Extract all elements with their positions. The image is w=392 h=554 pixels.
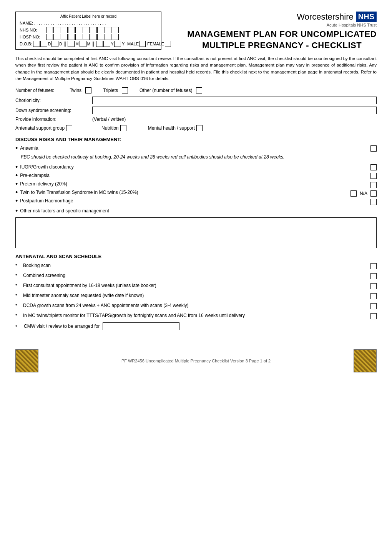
antenatal-support-checkbox[interactable] — [66, 125, 72, 131]
preeclampsia-checkbox[interactable] — [370, 173, 377, 179]
triplets-checkbox[interactable] — [122, 87, 128, 93]
nhs-cell-4[interactable] — [68, 27, 75, 33]
iugr-bullet: • — [15, 164, 18, 170]
fetuses-row: Number of fetuses: Twins Triplets Other … — [15, 87, 377, 93]
other-risk-bullet: • — [15, 207, 18, 214]
first-consultant-label: First consultant appointment by 16-18 we… — [23, 282, 368, 289]
preterm-item: • Preterm delivery (20%) — [15, 181, 315, 187]
ttts-na-row: N/A — [350, 190, 377, 197]
preeclampsia-item: • Pre-eclampsia — [15, 173, 377, 179]
preeclampsia-bullet: • — [15, 172, 18, 179]
risks-left: • Preterm delivery (20%) • Twin to Twin … — [15, 181, 315, 207]
dcda-checkbox[interactable] — [370, 303, 377, 309]
dob-row: D.O.B: D D ║ M M ║ Y Y — [20, 41, 157, 47]
iugr-label: IUGR/Growth discordancy — [20, 164, 368, 170]
name-label: NAME: . . . . . . . . . . . . . . . . . … — [20, 21, 106, 25]
nutrition-checkbox[interactable] — [120, 125, 126, 131]
booking-bullet: • — [15, 262, 21, 268]
combined-checkbox[interactable] — [370, 273, 377, 279]
cmw-input[interactable] — [103, 322, 179, 330]
female-checkbox[interactable] — [165, 41, 171, 47]
other-risk-label: Other risk factors and specific manageme… — [20, 208, 377, 214]
footer-logo-right — [354, 349, 377, 372]
booking-scan-label: Booking scan — [23, 262, 368, 269]
nhs-cell-1[interactable] — [46, 27, 53, 33]
mid-trimester-bullet: • — [15, 292, 21, 298]
postpartum-bullet: • — [15, 197, 18, 204]
postpartum-label: Postpartum Haemorrhage — [20, 198, 315, 204]
cmw-label: CMW visit / review to be arranged for — [24, 324, 100, 329]
discuss-heading: DISCUSS RISKS AND THEIR MANAGEMENT: — [15, 137, 377, 142]
ttts-checkbox[interactable] — [350, 190, 357, 197]
nhs-cell-2[interactable] — [53, 27, 60, 33]
chorionicity-row: Chorionicity: — [15, 97, 377, 104]
preterm-label: Preterm delivery (20%) — [20, 181, 315, 187]
cmw-bullet: • — [15, 324, 21, 329]
nhs-cell-7[interactable] — [90, 27, 97, 33]
antenatal-support-option: Antenatal support group — [15, 125, 72, 131]
nhs-row: NHS NO: — [20, 27, 157, 33]
worcestershire-text: Worcestershire — [297, 12, 354, 22]
nhs-cell-8[interactable] — [97, 27, 104, 33]
cmw-row: • CMW visit / review to be arranged for — [15, 322, 377, 330]
first-consultant-checkbox[interactable] — [370, 283, 377, 289]
scan-heading: ANTENATAL AND SCAN SCHEDULE — [15, 254, 377, 259]
down-input[interactable] — [92, 107, 377, 114]
nhs-label: NHS NO: — [20, 28, 45, 32]
other-risk-item: • Other risk factors and specific manage… — [15, 208, 377, 214]
anaemia-label: Anaemia — [20, 145, 368, 151]
postpartum-item: • Postpartum Haemorrhage — [15, 198, 315, 204]
title-line1: MANAGEMENT PLAN FOR UNCOMPLICATED — [187, 29, 377, 40]
other-risk-textarea[interactable] — [15, 217, 377, 248]
iugr-item: • IUGR/Growth discordancy — [15, 164, 377, 170]
nhs-cell-5[interactable] — [75, 27, 82, 33]
footer-logo-left — [15, 349, 38, 372]
gender-options: MALE FEMALE — [127, 41, 171, 47]
preterm-checkbox[interactable] — [370, 182, 377, 188]
trust-name: Acute Hospitals NHS Trust — [187, 23, 377, 27]
na-checkbox[interactable] — [370, 190, 377, 197]
patient-label-box: Affix Patient Label here or record NAME:… — [15, 12, 161, 50]
twins-checkbox[interactable] — [85, 87, 91, 93]
down-row: Down syndrome screening: — [15, 107, 377, 114]
postpartum-checkbox[interactable] — [370, 199, 377, 205]
mc-twins-item: • In MC twins/triplets monitor for TTTS/… — [15, 312, 377, 319]
dcda-item: • DCDA growth scans from 24 weeks + ANC … — [15, 302, 377, 309]
mental-health-checkbox[interactable] — [196, 125, 203, 131]
nhs-cell-6[interactable] — [83, 27, 90, 33]
mid-trimester-checkbox[interactable] — [370, 293, 377, 299]
nhs-logo-area: Worcestershire NHS — [187, 12, 377, 22]
other-fetuses-checkbox[interactable] — [196, 87, 202, 93]
anaemia-checkbox[interactable] — [370, 145, 377, 152]
male-checkbox[interactable] — [140, 41, 146, 47]
header-right: Worcestershire NHS Acute Hospitals NHS T… — [187, 12, 377, 51]
patient-grid: NHS NO: HOSP NO: — [20, 27, 157, 47]
title-line2: MULTIPLE PREGNANCY - CHECKLIST — [187, 40, 377, 51]
dcda-bullet: • — [15, 302, 21, 308]
hosp-cells — [46, 34, 119, 40]
ttts-bullet: • — [15, 189, 18, 196]
hosp-row: HOSP NO: — [20, 34, 157, 40]
combined-item: • Combined screening — [15, 272, 377, 279]
nhs-cells — [46, 27, 119, 33]
mc-twins-checkbox[interactable] — [370, 313, 377, 319]
hosp-label: HOSP NO: — [20, 35, 45, 39]
nhs-cell-3[interactable] — [61, 27, 68, 33]
footer-text: PF WR2456 Uncomplicated Multiple Pregnan… — [121, 359, 271, 363]
nhs-cell-9[interactable] — [105, 27, 111, 33]
affix-label: Affix Patient Label here or record — [20, 14, 157, 18]
down-label: Down syndrome screening: — [15, 108, 92, 113]
main-title: MANAGEMENT PLAN FOR UNCOMPLICATED MULTIP… — [187, 29, 377, 51]
dob-day: D D ║ M M ║ Y Y — [33, 41, 125, 47]
iugr-checkbox[interactable] — [370, 164, 377, 170]
chorionicity-label: Chorionicity: — [15, 98, 92, 103]
risks-right-group: • Preterm delivery (20%) • Twin to Twin … — [15, 181, 377, 207]
antenatal-options-row: Antenatal support group Nutrition Mental… — [15, 125, 377, 131]
combined-label: Combined screening — [23, 272, 368, 279]
nutrition-option: Nutrition — [101, 125, 126, 131]
chorionicity-input[interactable] — [92, 97, 377, 104]
page-header: Affix Patient Label here or record NAME:… — [15, 12, 377, 51]
risks-checkboxes: N/A — [315, 182, 377, 205]
nhs-cell-10[interactable] — [112, 27, 119, 33]
booking-scan-checkbox[interactable] — [370, 263, 377, 269]
